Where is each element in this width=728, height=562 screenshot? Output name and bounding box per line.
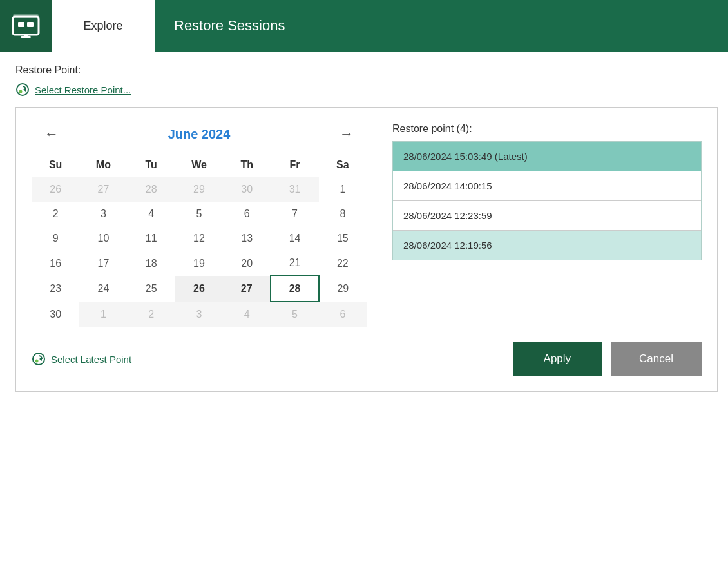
calendar-day: 27 xyxy=(79,177,127,202)
calendar-day: 31 xyxy=(271,177,318,202)
svg-rect-0 xyxy=(13,17,39,35)
select-latest-point-link[interactable]: Select Latest Point xyxy=(32,352,131,366)
calendar-day[interactable]: 22 xyxy=(319,251,367,276)
day-of-week-header: Th xyxy=(223,155,271,177)
latest-point-icon xyxy=(32,352,46,366)
calendar-day[interactable]: 17 xyxy=(79,251,127,276)
calendar-day[interactable]: 21 xyxy=(271,251,318,276)
next-month-button[interactable]: → xyxy=(333,123,360,145)
page-title: Restore Sessions xyxy=(155,0,728,52)
calendar-day[interactable]: 9 xyxy=(32,226,79,251)
calendar-day[interactable]: 12 xyxy=(175,226,223,251)
calendar: ← June 2024 → SuMoTuWeThFrSa 26272829303… xyxy=(32,123,367,327)
calendar-day: 2 xyxy=(128,302,175,327)
svg-point-11 xyxy=(35,360,39,363)
apply-button[interactable]: Apply xyxy=(513,342,602,376)
calendar-day[interactable]: 28 xyxy=(271,276,318,302)
svg-rect-1 xyxy=(18,22,24,27)
calendar-day[interactable]: 25 xyxy=(128,276,175,302)
calendar-day[interactable]: 10 xyxy=(79,226,127,251)
svg-marker-10 xyxy=(39,357,42,361)
calendar-day[interactable]: 15 xyxy=(319,226,367,251)
restore-points-title: Restore point (4): xyxy=(392,123,702,135)
calendar-grid: SuMoTuWeThFrSa 2627282930311234567891011… xyxy=(32,155,367,327)
restore-point-label: Restore Point: xyxy=(15,64,713,76)
calendar-day[interactable]: 7 xyxy=(271,202,318,226)
day-of-week-header: Su xyxy=(32,155,79,177)
calendar-day: 29 xyxy=(175,177,223,202)
calendar-day[interactable]: 3 xyxy=(79,202,127,226)
svg-rect-5 xyxy=(21,36,31,38)
popup-footer: Select Latest Point Apply Cancel xyxy=(32,340,702,376)
restore-point-item[interactable]: 28/06/2024 15:03:49 (Latest) xyxy=(393,142,701,171)
calendar-day[interactable]: 23 xyxy=(32,276,79,302)
calendar-header: ← June 2024 → xyxy=(32,123,367,145)
header: Explore Restore Sessions xyxy=(0,0,728,52)
calendar-day[interactable]: 14 xyxy=(271,226,318,251)
calendar-day[interactable]: 5 xyxy=(175,202,223,226)
select-latest-label: Select Latest Point xyxy=(51,354,131,365)
restore-point-item[interactable]: 28/06/2024 12:19:56 xyxy=(393,231,701,260)
logo-area xyxy=(0,0,52,52)
restore-point-item[interactable]: 28/06/2024 12:23:59 xyxy=(393,201,701,231)
app-container: Explore Restore Sessions Restore Point: … xyxy=(0,0,728,562)
app-logo-icon xyxy=(10,10,41,41)
calendar-day[interactable]: 27 xyxy=(223,276,271,302)
calendar-day[interactable]: 16 xyxy=(32,251,79,276)
day-of-week-header: Mo xyxy=(79,155,127,177)
calendar-day[interactable]: 30 xyxy=(32,302,79,327)
footer-buttons: Apply Cancel xyxy=(513,342,702,376)
svg-rect-2 xyxy=(27,22,34,27)
calendar-day[interactable]: 2 xyxy=(32,202,79,226)
popup-top: ← June 2024 → SuMoTuWeThFrSa 26272829303… xyxy=(32,123,702,327)
restore-points-panel: Restore point (4): 28/06/2024 15:03:49 (… xyxy=(392,123,702,327)
prev-month-button[interactable]: ← xyxy=(38,123,65,145)
calendar-day[interactable]: 6 xyxy=(223,202,271,226)
calendar-day[interactable]: 29 xyxy=(319,276,367,302)
calendar-day[interactable]: 13 xyxy=(223,226,271,251)
restore-point-popup: ← June 2024 → SuMoTuWeThFrSa 26272829303… xyxy=(15,107,718,392)
calendar-day: 4 xyxy=(223,302,271,327)
restore-points-list: 28/06/2024 15:03:49 (Latest)28/06/2024 1… xyxy=(392,141,702,260)
calendar-day[interactable]: 24 xyxy=(79,276,127,302)
calendar-day: 26 xyxy=(32,177,79,202)
cancel-button[interactable]: Cancel xyxy=(611,342,702,376)
day-of-week-header: Fr xyxy=(271,155,318,177)
restore-point-item[interactable]: 28/06/2024 14:00:15 xyxy=(393,171,701,201)
select-restore-point-link[interactable]: Select Restore Point... xyxy=(15,82,713,97)
restore-point-icon xyxy=(15,82,30,97)
day-of-week-header: We xyxy=(175,155,223,177)
svg-point-9 xyxy=(33,353,44,365)
svg-rect-3 xyxy=(13,14,39,18)
calendar-day[interactable]: 26 xyxy=(175,276,223,302)
calendar-day[interactable]: 8 xyxy=(319,202,367,226)
calendar-day: 3 xyxy=(175,302,223,327)
calendar-day[interactable]: 11 xyxy=(128,226,175,251)
svg-point-6 xyxy=(17,84,28,95)
svg-point-8 xyxy=(19,90,23,93)
day-of-week-header: Sa xyxy=(319,155,367,177)
calendar-day[interactable]: 18 xyxy=(128,251,175,276)
day-of-week-header: Tu xyxy=(128,155,175,177)
calendar-day[interactable]: 1 xyxy=(319,177,367,202)
calendar-day[interactable]: 19 xyxy=(175,251,223,276)
calendar-day: 30 xyxy=(223,177,271,202)
select-restore-label: Select Restore Point... xyxy=(35,84,131,95)
calendar-month-label: June 2024 xyxy=(168,127,231,142)
calendar-day: 28 xyxy=(128,177,175,202)
svg-marker-7 xyxy=(23,88,26,92)
calendar-day[interactable]: 20 xyxy=(223,251,271,276)
explore-label: Explore xyxy=(83,19,122,33)
calendar-day: 5 xyxy=(271,302,318,327)
main-content: Restore Point: Select Restore Point... ←… xyxy=(0,52,728,562)
explore-nav[interactable]: Explore xyxy=(52,0,155,52)
calendar-day[interactable]: 4 xyxy=(128,202,175,226)
calendar-day: 1 xyxy=(79,302,127,327)
calendar-day: 6 xyxy=(319,302,367,327)
